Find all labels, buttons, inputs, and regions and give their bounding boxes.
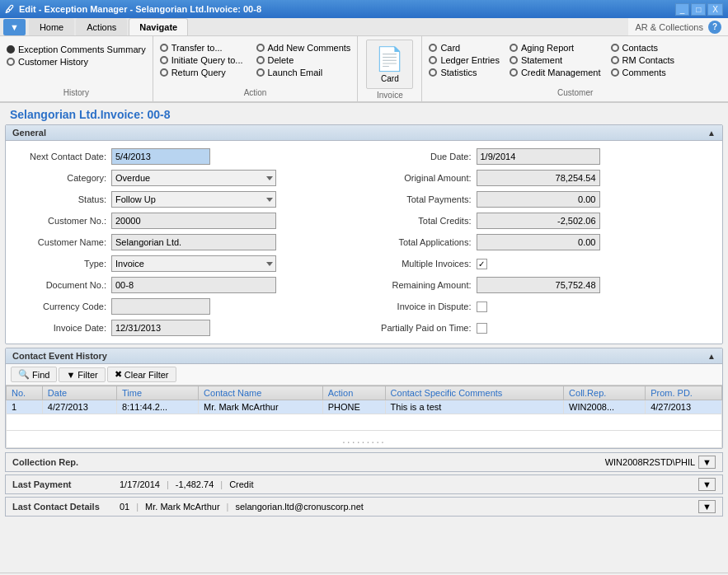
- ribbon-launch-email[interactable]: Launch Email: [256, 68, 351, 77]
- currency-code-input[interactable]: [111, 298, 210, 315]
- radio-initiate-query: [160, 56, 168, 64]
- ribbon-ledger-entries[interactable]: Ledger Entries: [429, 55, 500, 65]
- total-credits-input[interactable]: [477, 213, 600, 229]
- ribbon-aging-report[interactable]: Aging Report: [510, 43, 601, 53]
- col-date[interactable]: Date: [42, 386, 116, 400]
- due-date-input[interactable]: [477, 148, 600, 165]
- clear-filter-button[interactable]: ✖ Clear Filter: [107, 367, 176, 382]
- radio-aging-report: [510, 44, 518, 52]
- invoice-in-dispute-checkbox[interactable]: [477, 302, 487, 312]
- maximize-button[interactable]: □: [691, 3, 706, 16]
- close-button[interactable]: X: [707, 3, 723, 16]
- radio-statistics: [429, 68, 437, 77]
- radio-contacts: [611, 44, 619, 52]
- ribbon-customer-history[interactable]: Customer History: [7, 57, 146, 67]
- col-contact-name[interactable]: Contact Name: [199, 386, 323, 400]
- customer-group-title: Customer: [429, 86, 721, 98]
- last-payment-section: Last Payment 1/17/2014 | -1,482.74 | Cre…: [5, 474, 723, 494]
- collection-rep-dropdown[interactable]: ▼: [698, 456, 716, 469]
- next-contact-date-input[interactable]: [111, 148, 210, 165]
- general-chevron: ▲: [707, 129, 716, 138]
- ribbon-transfer-to[interactable]: Transfer to...: [160, 43, 243, 53]
- col-coll-rep[interactable]: Coll.Rep.: [564, 386, 646, 400]
- multiple-invoices-row: Multiple Invoices:: [364, 255, 713, 273]
- invoice-in-dispute-row: Invoice in Dispute:: [364, 297, 713, 316]
- history-group-title: History: [7, 86, 146, 98]
- tab-home[interactable]: Home: [29, 18, 74, 35]
- category-row: Category: Overdue: [16, 169, 364, 187]
- last-payment-dropdown[interactable]: ▼: [698, 478, 716, 491]
- radio-credit-mgmt: [510, 68, 518, 77]
- table-row[interactable]: 1 4/27/2013 8:11:44.2... Mr. Mark McArth…: [7, 400, 722, 414]
- total-credits-row: Total Credits:: [364, 212, 713, 230]
- last-contact-section: Last Contact Details 01 | Mr. Mark McArt…: [5, 497, 723, 517]
- ribbon-icon-btn[interactable]: ▼: [3, 19, 26, 35]
- page-title: Selangorian Ltd.Invoice: 00-8: [0, 103, 728, 124]
- currency-code-row: Currency Code:: [16, 297, 364, 316]
- app-icon: 🖊: [5, 4, 14, 14]
- card-icon: 📄: [375, 45, 404, 72]
- ribbon-credit-mgmt[interactable]: Credit Management: [510, 68, 601, 77]
- col-prom-pd[interactable]: Prom. PD.: [646, 386, 722, 400]
- title-bar: 🖊 Edit - Exception Manager - Selangorian…: [0, 0, 728, 18]
- tab-actions[interactable]: Actions: [76, 18, 127, 35]
- minimize-button[interactable]: _: [675, 3, 690, 16]
- form-col-right: Due Date: Original Amount: Total Payment…: [364, 147, 713, 337]
- remaining-amount-row: Remaining Amount:: [364, 276, 713, 294]
- ribbon-rm-contacts[interactable]: RM Contacts: [611, 55, 675, 65]
- last-payment-amount: -1,482.74: [176, 479, 214, 489]
- type-select[interactable]: Invoice: [111, 255, 276, 272]
- customer-no-input[interactable]: [111, 213, 276, 229]
- ribbon-contacts[interactable]: Contacts: [611, 43, 675, 53]
- document-no-input[interactable]: [111, 277, 276, 293]
- status-select[interactable]: Follow Up: [111, 191, 276, 208]
- cell-coll-rep: WIN2008...: [564, 400, 646, 414]
- cell-date: 4/27/2013: [42, 400, 116, 414]
- partially-paid-checkbox[interactable]: [477, 323, 487, 334]
- col-action[interactable]: Action: [322, 386, 385, 400]
- radio-statement: [510, 56, 518, 64]
- tab-navigate[interactable]: Navigate: [129, 18, 188, 35]
- invoice-card-button[interactable]: 📄 Card: [366, 40, 413, 89]
- window-controls: _ □ X: [675, 3, 723, 16]
- total-payments-input[interactable]: [477, 191, 600, 208]
- ribbon-delete[interactable]: Delete: [256, 55, 351, 65]
- cell-no: 1: [7, 400, 43, 414]
- ribbon-comments[interactable]: Comments: [611, 68, 675, 77]
- general-section-header[interactable]: General ▲: [6, 125, 722, 141]
- ribbon-initiate-query[interactable]: Initiate Query to...: [160, 55, 243, 65]
- radio-delete: [256, 56, 265, 64]
- remaining-amount-input[interactable]: [477, 277, 600, 293]
- multiple-invoices-checkbox[interactable]: [477, 259, 487, 269]
- type-row: Type: Invoice: [16, 255, 364, 273]
- collection-rep-section: Collection Rep. WIN2008R2STD\PHIL ▼: [5, 452, 723, 472]
- col-comments[interactable]: Contact Specific Comments: [385, 386, 564, 400]
- radio-return-query: [160, 68, 168, 77]
- customer-name-input[interactable]: [111, 234, 276, 250]
- filter-button[interactable]: ▼ Filter: [59, 367, 105, 382]
- ribbon-customer-card[interactable]: Card: [429, 43, 500, 53]
- radio-add-comments: [256, 44, 265, 52]
- contact-history-toolbar: 🔍 Find ▼ Filter ✖ Clear Filter: [6, 364, 722, 386]
- ribbon-statistics[interactable]: Statistics: [429, 68, 500, 77]
- contact-history-chevron: ▲: [707, 352, 716, 361]
- category-select[interactable]: Overdue: [111, 170, 276, 186]
- total-applications-input[interactable]: [477, 234, 600, 250]
- original-amount-input[interactable]: [477, 170, 600, 186]
- cell-time: 8:11:44.2...: [117, 400, 199, 414]
- radio-customer-history: [7, 58, 15, 66]
- col-time[interactable]: Time: [117, 386, 199, 400]
- total-payments-row: Total Payments:: [364, 190, 713, 208]
- ribbon-add-comments[interactable]: Add New Comments: [256, 43, 351, 53]
- contact-history-header[interactable]: Contact Event History ▲: [6, 348, 722, 364]
- col-no[interactable]: No.: [7, 386, 43, 400]
- ribbon-return-query[interactable]: Return Query: [160, 68, 243, 77]
- table-footer-dots: .........: [7, 431, 722, 448]
- ribbon-exception-comments[interactable]: Exception Comments Summary: [7, 44, 146, 54]
- cell-prom-pd: 4/27/2013: [646, 400, 722, 414]
- invoice-date-input[interactable]: [111, 320, 210, 336]
- last-contact-dropdown[interactable]: ▼: [698, 500, 716, 513]
- ribbon-statement[interactable]: Statement: [510, 55, 601, 65]
- find-button[interactable]: 🔍 Find: [11, 367, 57, 382]
- help-button[interactable]: ?: [708, 21, 721, 34]
